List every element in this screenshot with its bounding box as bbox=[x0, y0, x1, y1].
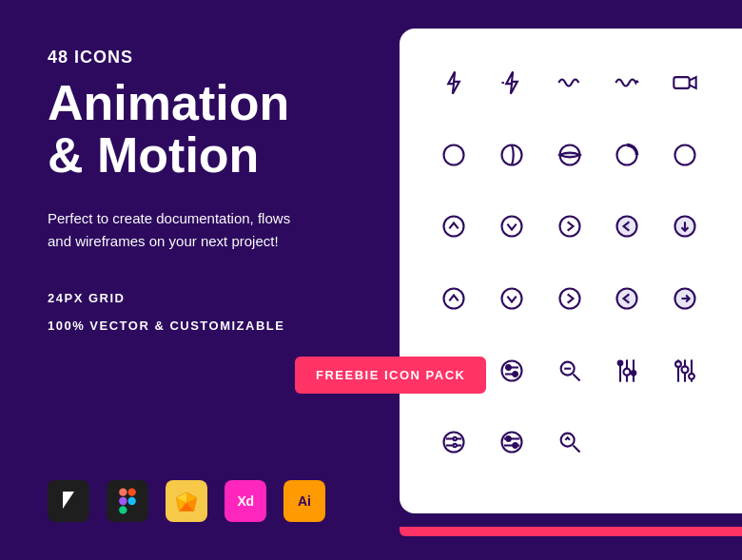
svg-rect-0 bbox=[119, 488, 127, 495]
icon-arrow-circle-down1 bbox=[484, 199, 539, 254]
spec-vector: 100% VECTOR & CUSTOMIZABLE bbox=[48, 319, 333, 333]
svg-point-58 bbox=[689, 374, 694, 379]
icon-circle4 bbox=[599, 127, 654, 183]
icon-video bbox=[657, 55, 713, 110]
main-title: Animation & Motion bbox=[48, 77, 333, 181]
icon-circle1 bbox=[426, 127, 481, 183]
svg-point-19 bbox=[501, 217, 521, 237]
svg-point-55 bbox=[675, 361, 681, 367]
icon-arrow-circle-left2 bbox=[599, 271, 654, 326]
icon-circle2 bbox=[484, 127, 539, 183]
specs-section: 24PX GRID 100% VECTOR & CUSTOMIZABLE bbox=[48, 291, 333, 333]
spec-grid: 24PX GRID bbox=[48, 291, 333, 305]
xd-icon: Xd bbox=[225, 480, 266, 522]
icon-tune2 bbox=[657, 343, 713, 398]
svg-point-24 bbox=[444, 288, 464, 308]
icon-lightning1 bbox=[426, 55, 481, 110]
icon-grid bbox=[426, 55, 715, 487]
svg-point-64 bbox=[453, 437, 457, 441]
sketch-icon bbox=[166, 480, 207, 522]
icon-arrow-circle-small1 bbox=[657, 199, 713, 254]
icon-arrow-circle-up1 bbox=[426, 199, 481, 254]
ai-label: Ai bbox=[298, 493, 311, 509]
icon-search1 bbox=[542, 343, 597, 398]
tool-icons-row: Xd Ai bbox=[48, 480, 333, 522]
icon-arrow-circle-up2 bbox=[426, 271, 481, 326]
icon-lightning2 bbox=[484, 55, 539, 110]
icon-wave1 bbox=[542, 55, 597, 110]
freebie-badge[interactable]: FREEBIE ICON PACK bbox=[295, 357, 486, 394]
svg-rect-1 bbox=[127, 488, 135, 495]
icon-wave2 bbox=[599, 55, 654, 110]
svg-point-36 bbox=[501, 360, 521, 380]
svg-point-61 bbox=[444, 433, 464, 453]
svg-point-53 bbox=[682, 366, 689, 373]
icon-arrow-circle-left1 bbox=[599, 199, 654, 254]
svg-point-68 bbox=[501, 433, 521, 453]
icon-arrow-circle-small2 bbox=[657, 271, 713, 326]
page-container: 48 Icons Animation & Motion Perfect to c… bbox=[0, 0, 742, 560]
description-text: Perfect to create documentation, flows a… bbox=[48, 207, 314, 253]
svg-point-73 bbox=[560, 434, 574, 447]
top-content: 48 Icons Animation & Motion Perfect to c… bbox=[48, 48, 333, 346]
icon-count: 48 Icons bbox=[48, 48, 333, 68]
svg-rect-3 bbox=[119, 506, 127, 513]
icon-speed2 bbox=[426, 415, 481, 470]
svg-point-39 bbox=[506, 365, 511, 370]
svg-point-20 bbox=[559, 217, 579, 237]
icon-arrow-circle-right1 bbox=[542, 199, 597, 254]
svg-point-17 bbox=[675, 145, 695, 164]
icon-card bbox=[400, 29, 742, 513]
svg-point-4 bbox=[127, 497, 135, 505]
icon-adjust1 bbox=[484, 343, 539, 398]
svg-point-13 bbox=[444, 145, 464, 164]
framer-icon bbox=[48, 480, 89, 522]
svg-point-72 bbox=[513, 443, 517, 448]
svg-point-26 bbox=[559, 288, 579, 308]
right-panel: FREEBIE ICON PACK bbox=[371, 0, 742, 560]
svg-point-49 bbox=[618, 360, 623, 365]
ai-icon: Ai bbox=[283, 480, 325, 522]
icon-tune1 bbox=[599, 343, 654, 398]
icon-circle5 bbox=[657, 127, 713, 183]
svg-point-18 bbox=[444, 217, 464, 237]
svg-line-42 bbox=[573, 374, 579, 380]
svg-point-71 bbox=[506, 436, 511, 441]
icon-search2 bbox=[542, 415, 597, 470]
icon-arrow-circle-right2 bbox=[542, 271, 597, 326]
title-line1: Animation bbox=[48, 75, 289, 130]
icon-circle3 bbox=[542, 127, 597, 183]
figma-icon bbox=[107, 480, 148, 522]
pink-accent-bar bbox=[400, 527, 742, 536]
icon-arrow-circle-down2 bbox=[484, 271, 539, 326]
svg-line-74 bbox=[573, 446, 579, 453]
title-line2: & Motion bbox=[48, 127, 259, 183]
svg-point-65 bbox=[453, 444, 457, 448]
svg-rect-12 bbox=[674, 77, 690, 88]
svg-point-45 bbox=[624, 368, 631, 375]
xd-label: Xd bbox=[238, 493, 254, 509]
svg-point-50 bbox=[632, 371, 636, 376]
svg-rect-2 bbox=[119, 497, 127, 505]
left-panel: 48 Icons Animation & Motion Perfect to c… bbox=[0, 0, 371, 560]
icon-adjust2 bbox=[484, 415, 539, 470]
svg-point-25 bbox=[501, 288, 521, 308]
svg-point-40 bbox=[513, 372, 517, 377]
